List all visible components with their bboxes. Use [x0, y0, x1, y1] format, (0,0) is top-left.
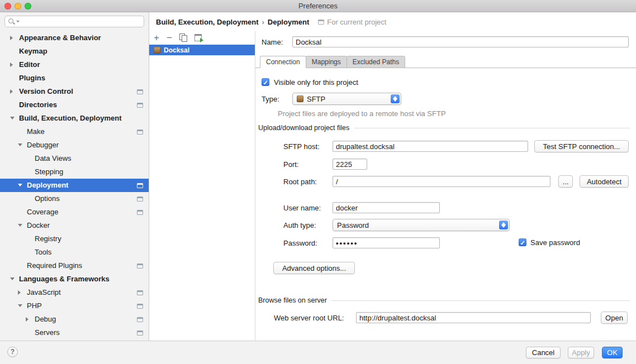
- auth-type-selected-value: Password: [337, 221, 509, 229]
- test-sftp-connection-button[interactable]: Test SFTP connection...: [534, 140, 629, 152]
- check-icon: ✓: [520, 240, 525, 246]
- server-list-item-docksal[interactable]: Docksal: [149, 45, 255, 55]
- help-button[interactable]: ?: [7, 347, 18, 357]
- sftp-host-input[interactable]: [333, 141, 528, 152]
- window-title: Preferences: [0, 0, 636, 12]
- sidebar-item-appearance-behavior[interactable]: Appearance & Behavior: [0, 31, 149, 45]
- sidebar-item-keymap[interactable]: Keymap: [0, 45, 149, 58]
- footer: ? Cancel Apply OK: [0, 341, 636, 364]
- type-select[interactable]: SFTP: [292, 93, 401, 105]
- sftp-host-label: SFTP host:: [283, 142, 320, 151]
- sidebar-item-deployment[interactable]: Deployment: [0, 179, 149, 192]
- sidebar-item-editor[interactable]: Editor: [0, 58, 149, 71]
- chevron-down-icon: [18, 299, 27, 313]
- add-icon[interactable]: +: [154, 33, 159, 42]
- sidebar-item-build-execution-deployment[interactable]: Build, Execution, Deployment: [0, 112, 149, 125]
- cancel-button[interactable]: Cancel: [526, 347, 561, 358]
- traffic-lights: [4, 3, 31, 9]
- breadcrumb: Build, Execution, Deployment › Deploymen…: [149, 12, 636, 31]
- sidebar-item-debug[interactable]: Debug: [0, 313, 149, 326]
- sidebar-item-make[interactable]: Make: [0, 125, 149, 138]
- tab-divider: [255, 68, 636, 68]
- search-icon: [8, 18, 15, 25]
- project-settings-icon: [137, 210, 143, 215]
- minimize-window-button[interactable]: [15, 3, 21, 9]
- project-settings-icon: [137, 89, 143, 94]
- browse-section-header: Browse files on server: [258, 296, 630, 305]
- sftp-server-icon: [154, 47, 160, 54]
- sidebar-item-languages-frameworks[interactable]: Languages & Frameworks: [0, 272, 149, 286]
- type-selected-value: SFTP: [307, 95, 401, 103]
- chevron-right-icon: [10, 85, 19, 98]
- check-icon: ✓: [263, 79, 268, 86]
- browse-root-path-button[interactable]: ...: [558, 175, 573, 188]
- help-label: ?: [11, 348, 15, 356]
- password-label: Password:: [283, 239, 317, 248]
- tab-connection[interactable]: Connection: [260, 56, 306, 68]
- ok-button[interactable]: OK: [602, 347, 623, 358]
- autodetect-button[interactable]: Autodetect: [580, 175, 629, 188]
- browse-section-label: Browse files on server: [258, 296, 327, 304]
- user-name-input[interactable]: [333, 202, 440, 213]
- type-label: Type:: [262, 95, 279, 104]
- upload-section-label: Upload/download project files: [258, 124, 349, 132]
- project-settings-icon: [137, 197, 143, 202]
- section-divider: [354, 128, 630, 128]
- sidebar-item-javascript[interactable]: JavaScript: [0, 286, 149, 299]
- sidebar-item-tools[interactable]: Tools: [0, 246, 149, 259]
- advanced-options-button[interactable]: Advanced options...: [273, 262, 355, 274]
- zoom-window-button[interactable]: [25, 3, 31, 9]
- sidebar-item-version-control[interactable]: Version Control: [0, 85, 149, 98]
- project-settings-icon: [137, 331, 143, 336]
- project-settings-icon: [137, 103, 143, 108]
- sidebar-item-plugins[interactable]: Plugins: [0, 71, 149, 85]
- apply-button[interactable]: Apply: [568, 347, 594, 358]
- copy-icon[interactable]: [179, 33, 187, 41]
- current-project-icon: [318, 20, 324, 25]
- remove-icon[interactable]: −: [167, 33, 172, 42]
- save-password-checkbox[interactable]: ✓: [519, 238, 526, 246]
- auth-type-label: Auth type:: [283, 221, 316, 230]
- chevron-down-icon: [18, 219, 27, 232]
- chevron-down-icon: [10, 112, 19, 125]
- project-settings-icon: [137, 317, 143, 322]
- sidebar-item-options[interactable]: Options: [0, 192, 149, 205]
- open-button[interactable]: Open: [601, 312, 628, 324]
- chevron-down-icon: [18, 179, 27, 192]
- sidebar-item-directories[interactable]: Directories: [0, 98, 149, 112]
- password-input[interactable]: [333, 237, 440, 248]
- root-path-input[interactable]: [333, 176, 550, 187]
- sftp-icon: [297, 95, 303, 102]
- tab-excluded-paths[interactable]: Excluded Paths: [347, 56, 405, 68]
- section-divider: [331, 300, 630, 301]
- web-root-input[interactable]: [356, 312, 591, 323]
- chevron-right-icon: [10, 58, 19, 71]
- search-input[interactable]: [4, 16, 144, 27]
- visible-project-label: Visible only for this project: [274, 78, 358, 87]
- breadcrumb-root[interactable]: Build, Execution, Deployment: [156, 18, 258, 26]
- tab-mappings[interactable]: Mappings: [306, 56, 347, 68]
- chevron-right-icon: [18, 286, 27, 299]
- type-help-text: Project files are deployed to a remote h…: [278, 109, 446, 118]
- dropdown-stepper-icon: [391, 94, 400, 103]
- sidebar-item-coverage[interactable]: Coverage: [0, 205, 149, 219]
- auth-type-select[interactable]: Password: [333, 219, 510, 231]
- sidebar-item-debugger[interactable]: Debugger: [0, 138, 149, 152]
- use-as-default-icon[interactable]: [194, 34, 202, 41]
- sidebar-item-required-plugins[interactable]: Required Plugins: [0, 259, 149, 272]
- sidebar-item-stepping[interactable]: Stepping: [0, 165, 149, 179]
- project-settings-icon: [137, 130, 143, 135]
- sidebar-item-php[interactable]: PHP: [0, 299, 149, 313]
- settings-tree: Appearance & Behavior Keymap Editor Plug…: [0, 31, 149, 339]
- sidebar-item-docker[interactable]: Docker: [0, 219, 149, 232]
- sidebar-item-servers[interactable]: Servers: [0, 326, 149, 339]
- port-input[interactable]: [333, 159, 367, 170]
- sidebar-item-data-views[interactable]: Data Views: [0, 152, 149, 165]
- name-input[interactable]: [292, 36, 629, 47]
- close-window-button[interactable]: [4, 3, 11, 9]
- sidebar-item-registry[interactable]: Registry: [0, 232, 149, 246]
- current-project-label: For current project: [327, 18, 386, 26]
- port-label: Port:: [283, 160, 298, 169]
- visible-project-checkbox[interactable]: ✓: [262, 78, 269, 86]
- chevron-right-icon: [10, 31, 19, 45]
